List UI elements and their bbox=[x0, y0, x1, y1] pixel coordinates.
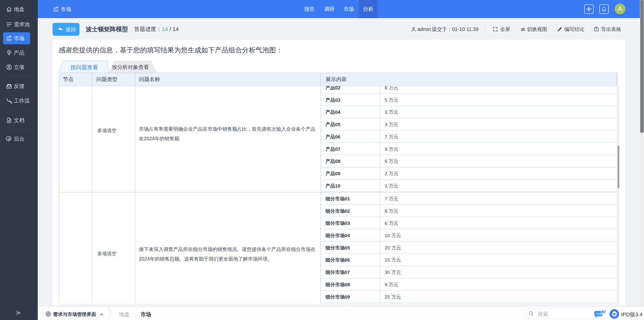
svg-text:AI: AI bbox=[601, 309, 606, 314]
